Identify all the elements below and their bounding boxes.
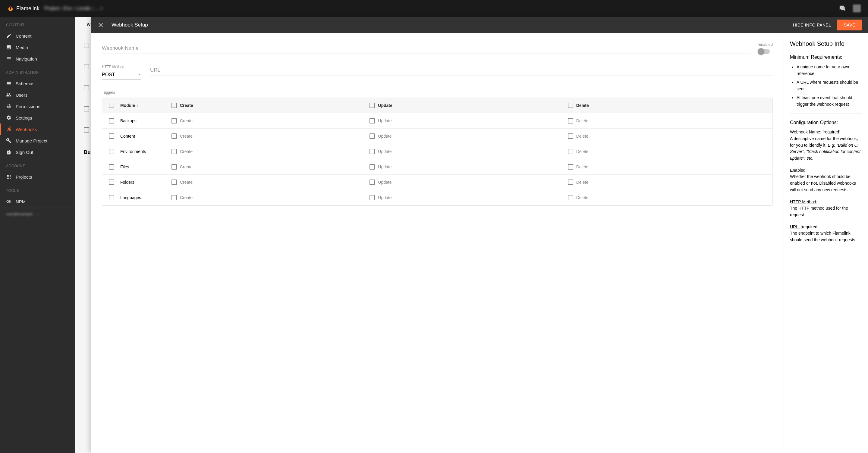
avatar[interactable]	[853, 4, 861, 12]
create-label: Create	[180, 149, 193, 154]
sidebar-item-permissions[interactable]: Permissions	[0, 101, 75, 112]
update-checkbox[interactable]	[370, 164, 375, 169]
row-checkbox[interactable]	[109, 118, 114, 124]
delete-checkbox[interactable]	[568, 195, 573, 200]
sidebar-item-projects[interactable]: Projects	[0, 171, 75, 183]
delete-label: Delete	[576, 149, 588, 154]
update-checkbox[interactable]	[370, 133, 375, 139]
sidebar-item-webhooks[interactable]: Webhooks	[0, 124, 75, 135]
delete-checkbox[interactable]	[568, 164, 573, 169]
sidebar-item-label: Projects	[16, 174, 32, 180]
menu-icon	[6, 56, 11, 61]
image-icon	[6, 44, 11, 50]
select-all-checkbox[interactable]	[109, 103, 114, 108]
update-label: Update	[378, 195, 392, 200]
brand: Flamelink	[7, 5, 39, 12]
info-panel: Webhook Setup Info Minimum Requirements:…	[784, 33, 868, 453]
sidebar-item-label: Permissions	[16, 104, 40, 109]
module-name: Files	[120, 164, 172, 169]
row-checkbox[interactable]	[109, 195, 114, 200]
sidebar-item-sign-out[interactable]: Sign Out	[0, 147, 75, 158]
create-checkbox[interactable]	[172, 164, 177, 169]
update-checkbox[interactable]	[370, 195, 375, 200]
update-checkbox[interactable]	[370, 180, 375, 185]
trigger-row: ContentCreateUpdateDelete	[102, 129, 772, 144]
sidebar-item-manage-project[interactable]: Manage Project	[0, 135, 75, 147]
sidebar-item-label: NPM	[16, 199, 26, 204]
sidebar-section-title: TOOLS	[0, 183, 75, 196]
select-all-delete-checkbox[interactable]	[568, 103, 573, 108]
close-icon[interactable]	[97, 21, 104, 29]
flamelink-logo-icon	[7, 5, 14, 12]
delete-label: Delete	[576, 134, 588, 138]
top-bar: Flamelink Project › Env › Locale › … •	[0, 0, 868, 17]
sidebar-item-users[interactable]: Users	[0, 89, 75, 101]
http-method-select[interactable]: POST	[102, 70, 141, 79]
chat-icon[interactable]	[839, 5, 846, 12]
modal-header: Webhook Setup HIDE INFO PANEL SAVE	[91, 17, 868, 33]
create-checkbox[interactable]	[172, 180, 177, 185]
create-checkbox[interactable]	[172, 133, 177, 139]
create-label: Create	[180, 180, 193, 185]
save-button[interactable]: SAVE	[837, 20, 862, 30]
create-checkbox[interactable]	[172, 118, 177, 124]
requirement-item: A URL where requests should be sent	[797, 79, 862, 93]
hide-info-panel-button[interactable]: HIDE INFO PANEL	[793, 23, 831, 27]
create-checkbox[interactable]	[172, 195, 177, 200]
delete-checkbox[interactable]	[568, 118, 573, 124]
sidebar-item-content[interactable]: Content	[0, 30, 75, 41]
sidebar-item-navigation[interactable]: Navigation	[0, 53, 75, 64]
select-all-update-checkbox[interactable]	[370, 103, 375, 108]
module-name: Content	[120, 134, 172, 138]
sidebar-item-schemas[interactable]: Schemas	[0, 78, 75, 89]
update-checkbox[interactable]	[370, 118, 375, 124]
delete-checkbox[interactable]	[568, 133, 573, 139]
checkbox[interactable]	[84, 43, 89, 48]
checkbox[interactable]	[84, 64, 89, 69]
sidebar-item-label: Navigation	[16, 56, 37, 61]
sidebar-section-title: ACCOUNT	[0, 158, 75, 171]
sidebar-item-settings[interactable]: Settings	[0, 112, 75, 124]
row-checkbox[interactable]	[109, 133, 114, 139]
options-title: Configuration Options:	[790, 120, 862, 125]
sidebar-item-npm[interactable]: NPM	[0, 196, 75, 207]
info-title: Webhook Setup Info	[790, 40, 862, 47]
gear-icon	[6, 115, 11, 121]
http-method-label: HTTP Method	[102, 65, 141, 69]
breadcrumb: Project › Env › Locale › … •	[44, 6, 839, 11]
sidebar-item-label: Manage Project	[16, 138, 47, 143]
update-checkbox[interactable]	[370, 149, 375, 154]
sidebar-item-label: Sign Out	[16, 150, 33, 155]
delete-checkbox[interactable]	[568, 180, 573, 185]
sidebar-item-media[interactable]: Media	[0, 41, 75, 53]
checkbox[interactable]	[84, 85, 89, 90]
divider	[790, 114, 862, 114]
update-label: Update	[378, 118, 392, 123]
arrow-up-icon: ↑	[136, 103, 138, 108]
column-module[interactable]: Module↑	[120, 103, 172, 108]
sidebar-footer: user@example · · · · ·	[0, 207, 75, 221]
delete-checkbox[interactable]	[568, 149, 573, 154]
column-create: Create	[180, 103, 193, 108]
trigger-row: FoldersCreateUpdateDelete	[102, 175, 772, 190]
module-name: Folders	[120, 180, 172, 185]
row-checkbox[interactable]	[109, 180, 114, 185]
delete-label: Delete	[576, 180, 588, 185]
modal-title: Webhook Setup	[112, 22, 793, 28]
create-checkbox[interactable]	[172, 149, 177, 154]
select-all-create-checkbox[interactable]	[172, 103, 177, 108]
checkbox[interactable]	[84, 127, 89, 132]
sidebar-section-title: ADMINISTRATION	[0, 64, 75, 78]
option-block: HTTP Method:The HTTP method used for the…	[790, 199, 862, 218]
row-checkbox[interactable]	[109, 164, 114, 169]
enabled-toggle[interactable]	[758, 49, 770, 54]
sidebar-item-label: Schemas	[16, 81, 35, 86]
pencil-icon	[6, 33, 11, 38]
requirement-item: At least one event that should trigger t…	[797, 94, 862, 108]
trigger-row: LanguagesCreateUpdateDelete	[102, 190, 772, 205]
url-input[interactable]	[150, 65, 773, 76]
row-checkbox[interactable]	[109, 149, 114, 154]
checkbox[interactable]	[84, 106, 89, 111]
webhook-name-input[interactable]	[102, 43, 751, 54]
schema-icon	[6, 81, 11, 86]
